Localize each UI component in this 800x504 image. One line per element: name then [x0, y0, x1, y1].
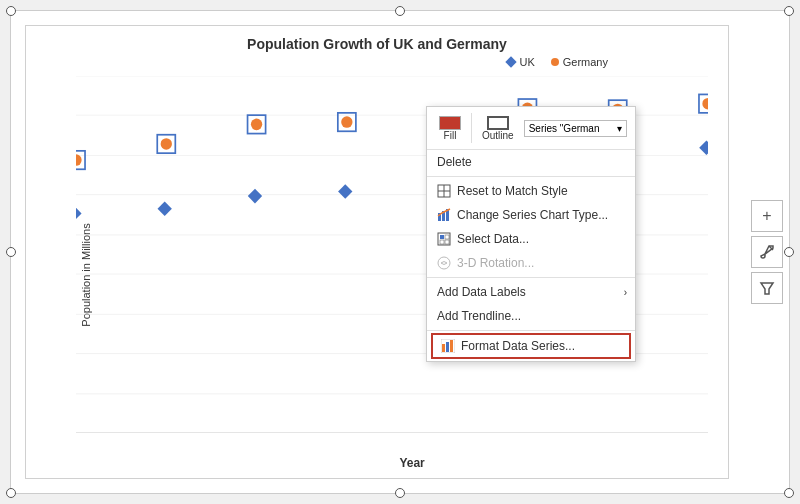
style-button[interactable]	[751, 236, 783, 268]
chart-wrapper: Population Growth of UK and Germany UK G…	[10, 10, 790, 494]
uk-marker-icon	[506, 56, 517, 67]
fill-button[interactable]: Fill	[435, 114, 465, 143]
de-marker-icon	[551, 58, 559, 66]
handle-top[interactable]	[395, 6, 405, 16]
toolbar-divider	[471, 113, 472, 143]
handle-top-left[interactable]	[6, 6, 16, 16]
fill-color-icon	[439, 116, 461, 130]
filter-button[interactable]	[751, 272, 783, 304]
series-dropdown[interactable]: Series "German ▾	[524, 120, 627, 137]
chart-title: Population Growth of UK and Germany	[26, 26, 728, 56]
add-trendline-menu-item[interactable]: Add Trendline...	[427, 304, 635, 328]
de-point-2020	[702, 98, 708, 110]
reset-icon	[437, 184, 451, 198]
rotation-menu-item: 3-D Rotation...	[427, 251, 635, 275]
handle-mid-right[interactable]	[784, 247, 794, 257]
dropdown-arrow-icon: ▾	[617, 123, 622, 134]
change-series-label: Change Series Chart Type...	[457, 208, 608, 222]
delete-menu-item[interactable]: Delete	[427, 150, 635, 174]
legend-uk-label: UK	[519, 56, 534, 68]
chart-legend: UK Germany	[26, 56, 728, 68]
uk-point-2020	[699, 140, 708, 155]
add-labels-menu-item[interactable]: Add Data Labels ›	[427, 280, 635, 304]
handle-bot-right[interactable]	[784, 488, 794, 498]
outline-icon	[487, 116, 509, 130]
handle-bot-left[interactable]	[6, 488, 16, 498]
menu-divider-1	[427, 176, 635, 177]
svg-rect-35	[440, 235, 444, 239]
de-point-1970	[251, 119, 262, 131]
uk-point-1960	[158, 201, 172, 216]
format-toolbar: Fill Outline Series "German ▾	[427, 107, 635, 150]
rotation-label: 3-D Rotation...	[457, 256, 534, 270]
menu-divider-3	[427, 330, 635, 331]
menu-divider-2	[427, 277, 635, 278]
change-chart-icon	[437, 208, 451, 222]
de-point-1980	[341, 116, 352, 128]
legend-uk: UK	[507, 56, 534, 68]
fill-label: Fill	[444, 130, 457, 141]
format-series-menu-item[interactable]: Format Data Series...	[431, 333, 631, 359]
format-series-label: Format Data Series...	[461, 339, 575, 353]
svg-rect-36	[445, 235, 449, 239]
select-data-label: Select Data...	[457, 232, 529, 246]
select-data-menu-item[interactable]: Select Data...	[427, 227, 635, 251]
svg-rect-41	[446, 342, 449, 352]
filter-icon	[759, 280, 775, 296]
svg-rect-42	[450, 340, 453, 352]
rotation-icon	[437, 256, 451, 270]
handle-mid-left[interactable]	[6, 247, 16, 257]
format-series-icon	[441, 339, 455, 353]
svg-rect-37	[440, 240, 444, 244]
uk-point-1980	[338, 184, 352, 199]
change-series-menu-item[interactable]: Change Series Chart Type...	[427, 203, 635, 227]
de-point-1950	[76, 154, 82, 166]
handle-top-right[interactable]	[784, 6, 794, 16]
reset-menu-item[interactable]: Reset to Match Style	[427, 179, 635, 203]
context-menu: Fill Outline Series "German ▾ Delete	[426, 106, 636, 362]
add-labels-label: Add Data Labels	[437, 285, 526, 299]
svg-rect-40	[442, 344, 445, 352]
brush-icon	[759, 244, 775, 260]
de-point-1960	[161, 138, 172, 150]
outline-button[interactable]: Outline	[478, 114, 518, 143]
svg-point-39	[438, 257, 450, 269]
delete-label: Delete	[437, 155, 472, 169]
uk-point-1950	[76, 206, 82, 221]
legend-de-label: Germany	[563, 56, 608, 68]
series-label: Series "German	[529, 123, 600, 134]
handle-bot[interactable]	[395, 488, 405, 498]
outline-label: Outline	[482, 130, 514, 141]
add-trendline-label: Add Trendline...	[437, 309, 521, 323]
right-toolbar: +	[751, 200, 783, 304]
legend-germany: Germany	[551, 56, 608, 68]
svg-rect-38	[445, 240, 449, 244]
svg-marker-45	[761, 283, 773, 294]
x-axis-label: Year	[399, 456, 424, 470]
select-data-icon	[437, 232, 451, 246]
uk-point-1970	[248, 189, 262, 204]
reset-label: Reset to Match Style	[457, 184, 568, 198]
add-element-button[interactable]: +	[751, 200, 783, 232]
submenu-arrow-icon: ›	[624, 287, 627, 298]
add-icon: +	[762, 207, 771, 225]
